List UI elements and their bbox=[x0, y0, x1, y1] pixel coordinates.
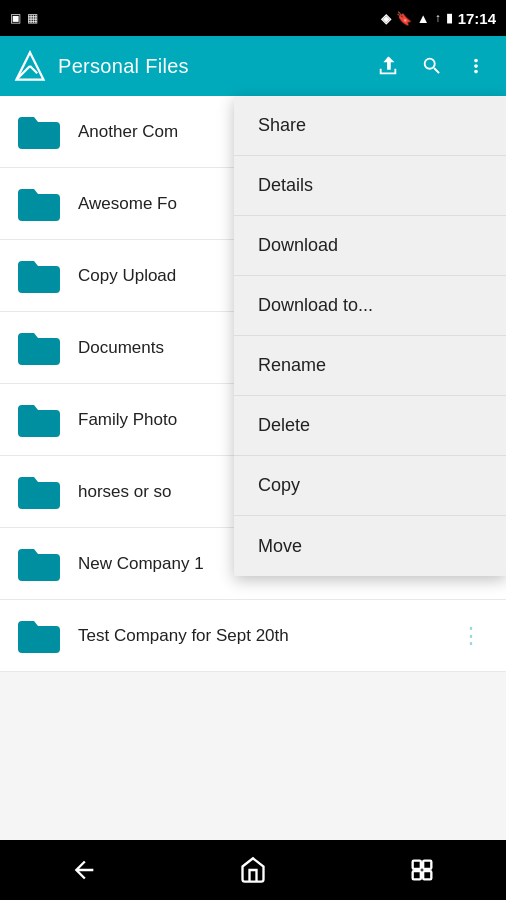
time-display: 17:14 bbox=[458, 10, 496, 27]
svg-rect-6 bbox=[423, 871, 431, 879]
folder-icon bbox=[16, 185, 62, 223]
location-icon: ◈ bbox=[381, 11, 391, 26]
bottom-nav bbox=[0, 840, 506, 900]
status-right-icons: ◈ 🔖 ▲ ↑ ▮ 17:14 bbox=[381, 10, 496, 27]
context-menu-share[interactable]: Share bbox=[234, 96, 506, 156]
folder-icon bbox=[16, 545, 62, 583]
context-menu-copy[interactable]: Copy bbox=[234, 456, 506, 516]
context-menu-move[interactable]: Move bbox=[234, 516, 506, 576]
folder-icon bbox=[16, 329, 62, 367]
screen-icon: ▣ bbox=[10, 11, 21, 25]
context-menu-rename[interactable]: Rename bbox=[234, 336, 506, 396]
home-button[interactable] bbox=[219, 846, 287, 894]
app-bar-actions bbox=[370, 48, 494, 84]
upload-button[interactable] bbox=[370, 48, 406, 84]
back-button[interactable] bbox=[50, 846, 118, 894]
app-bar: Personal Files bbox=[0, 36, 506, 96]
svg-rect-3 bbox=[412, 861, 420, 869]
status-left-icons: ▣ ▦ bbox=[10, 11, 38, 25]
context-menu-details[interactable]: Details bbox=[234, 156, 506, 216]
item-more-button[interactable]: ⋮ bbox=[452, 615, 490, 657]
bookmark-icon: 🔖 bbox=[396, 11, 412, 26]
folder-icon bbox=[16, 473, 62, 511]
battery-icon: ▮ bbox=[446, 11, 453, 25]
search-button[interactable] bbox=[414, 48, 450, 84]
folder-icon bbox=[16, 257, 62, 295]
app-bar-title: Personal Files bbox=[58, 55, 360, 78]
signal-icon: ↑ bbox=[435, 11, 441, 25]
bars-icon: ▦ bbox=[27, 11, 38, 25]
app-logo bbox=[12, 48, 48, 84]
recents-button[interactable] bbox=[388, 846, 456, 894]
status-bar: ▣ ▦ ◈ 🔖 ▲ ↑ ▮ 17:14 bbox=[0, 0, 506, 36]
context-menu-download-to[interactable]: Download to... bbox=[234, 276, 506, 336]
folder-icon bbox=[16, 113, 62, 151]
context-menu-delete[interactable]: Delete bbox=[234, 396, 506, 456]
file-name: Test Company for Sept 20th bbox=[78, 626, 452, 646]
context-menu-download[interactable]: Download bbox=[234, 216, 506, 276]
folder-icon bbox=[16, 617, 62, 655]
list-item[interactable]: Test Company for Sept 20th ⋮ bbox=[0, 600, 506, 672]
context-menu: Share Details Download Download to... Re… bbox=[234, 96, 506, 576]
svg-rect-5 bbox=[412, 871, 420, 879]
folder-icon bbox=[16, 401, 62, 439]
svg-rect-4 bbox=[423, 861, 431, 869]
wifi-icon: ▲ bbox=[417, 11, 430, 26]
more-options-button[interactable] bbox=[458, 48, 494, 84]
